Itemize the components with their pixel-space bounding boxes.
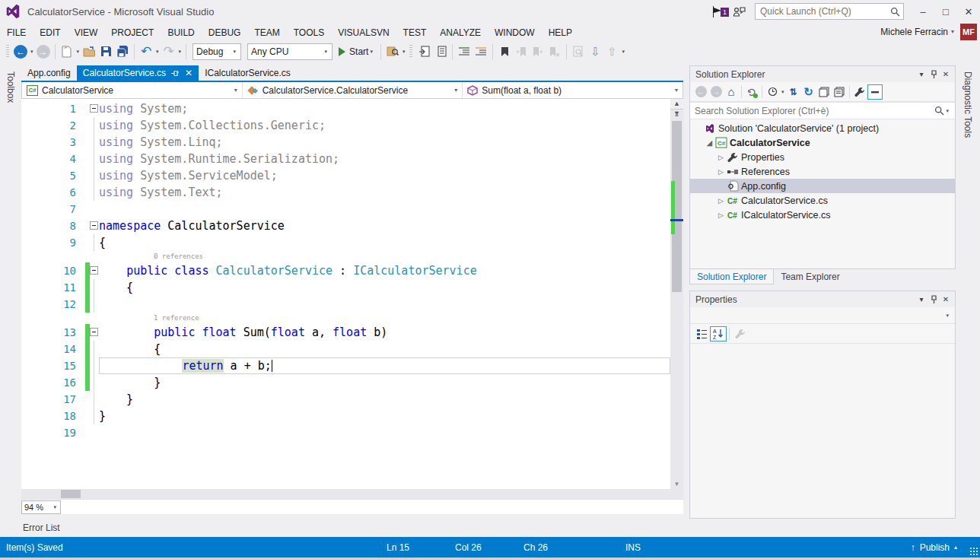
menu-item-tools[interactable]: TOOLS xyxy=(287,25,331,40)
navigate-to-declaration-button[interactable] xyxy=(415,43,432,61)
tree-item-references[interactable]: ▷References xyxy=(690,164,955,179)
code-line[interactable]: 3using System.Linq; xyxy=(21,134,670,151)
property-pages-button[interactable] xyxy=(732,326,749,341)
menu-item-edit[interactable]: EDIT xyxy=(33,25,67,40)
undo-caret-icon[interactable]: ▾ xyxy=(154,49,161,55)
horizontal-scrollbar-thumb[interactable] xyxy=(61,490,81,498)
increase-indent-button[interactable] xyxy=(473,43,489,61)
editor-zoom-dropdown[interactable]: 94 %▾ xyxy=(21,500,61,514)
outlining-margin[interactable] xyxy=(90,151,99,167)
outlining-margin[interactable] xyxy=(90,408,99,424)
save-all-button[interactable] xyxy=(114,43,131,61)
outlining-margin[interactable] xyxy=(90,134,99,151)
outlining-margin[interactable] xyxy=(90,117,99,134)
categorized-button[interactable] xyxy=(693,326,710,341)
redo-button[interactable]: ↷ xyxy=(161,43,177,61)
codelens-references[interactable]: 1 reference xyxy=(21,313,670,324)
clear-bookmarks-button[interactable] xyxy=(546,43,563,61)
home-icon[interactable]: ⌂ xyxy=(724,84,739,100)
alphabetical-sort-button[interactable]: AZ xyxy=(710,326,727,341)
start-debugging-button[interactable]: Start ▾ xyxy=(339,46,374,57)
properties-wrench-icon[interactable] xyxy=(852,84,867,100)
member-dropdown[interactable]: Sum(float a, float b) ▾ xyxy=(463,82,682,98)
menu-item-help[interactable]: HELP xyxy=(542,25,579,40)
new-project-caret-icon[interactable]: ▾ xyxy=(75,49,81,55)
code-line[interactable]: 16 } xyxy=(21,374,670,391)
properties-header[interactable]: Properties ▾ ✕ xyxy=(690,291,955,307)
tree-expander-icon[interactable]: ◢ xyxy=(705,139,714,147)
tree-item-app-config[interactable]: App.config xyxy=(690,179,955,193)
navigate-forward-button[interactable]: → xyxy=(35,43,52,61)
se-back-button[interactable]: ← xyxy=(693,84,708,100)
error-list-title[interactable]: Error List xyxy=(23,522,60,533)
menu-item-debug[interactable]: DEBUG xyxy=(202,25,248,40)
solution-explorer-search-input[interactable] xyxy=(695,106,934,116)
quick-launch-box[interactable] xyxy=(755,3,904,20)
se-forward-button[interactable]: → xyxy=(708,84,724,100)
code-line[interactable]: 1using System; xyxy=(21,100,670,117)
user-name[interactable]: Michele Ferracin xyxy=(880,27,948,37)
save-button[interactable] xyxy=(97,43,114,61)
decrease-indent-button[interactable] xyxy=(456,43,473,61)
pin-icon[interactable] xyxy=(928,68,940,81)
menu-item-test[interactable]: TEST xyxy=(396,25,434,40)
show-all-files-button[interactable] xyxy=(832,84,847,100)
menu-item-view[interactable]: VIEW xyxy=(68,25,105,40)
menu-item-build[interactable]: BUILD xyxy=(161,25,201,40)
code-line[interactable]: 17 } xyxy=(21,391,670,408)
search-options-caret-icon[interactable]: ▾ xyxy=(944,108,950,114)
notifications-button[interactable]: 1 xyxy=(712,6,722,17)
tree-item-properties[interactable]: ▷Properties xyxy=(690,150,955,164)
close-button[interactable]: ✕ xyxy=(957,2,980,21)
window-position-caret-icon[interactable]: ▾ xyxy=(915,68,928,81)
navigate-backward-caret-icon[interactable]: ▾ xyxy=(29,49,35,55)
collapse-region-icon[interactable] xyxy=(90,266,98,275)
navigate-to-definition-button[interactable] xyxy=(432,43,449,61)
navigate-backward-button[interactable]: ← xyxy=(12,43,29,61)
code-line[interactable]: 18} xyxy=(21,408,670,424)
pending-changes-filter-button[interactable] xyxy=(765,84,780,100)
find-caret-icon[interactable]: ▾ xyxy=(401,49,407,55)
collapse-all-button[interactable] xyxy=(816,84,832,100)
next-bookmark-button[interactable] xyxy=(530,43,546,61)
code-line[interactable]: 10 public class CalculatorService : ICal… xyxy=(21,262,670,279)
solution-configuration-dropdown[interactable]: Debug▾ xyxy=(192,43,241,60)
document-tab[interactable]: App.config xyxy=(21,65,77,81)
document-tab[interactable]: CalculatorService.cs✕ xyxy=(77,65,199,81)
outlining-margin[interactable] xyxy=(90,374,99,391)
menu-item-team[interactable]: TEAM xyxy=(247,25,286,40)
code-editor[interactable]: 1using System;2using System.Collections.… xyxy=(21,99,683,489)
tree-item-solution-calculatorservice-1-project-[interactable]: Solution 'CalculatorService' (1 project) xyxy=(690,121,955,135)
move-down-button[interactable]: ⇩ xyxy=(587,43,603,61)
toolbar-grip[interactable] xyxy=(6,45,9,59)
publish-button[interactable]: ↑ Publish ▴ xyxy=(911,537,957,557)
code-line[interactable]: 11 { xyxy=(21,279,670,296)
code-line[interactable]: 6using System.Text; xyxy=(21,184,670,201)
tree-expander-icon[interactable]: ▷ xyxy=(716,211,726,219)
maximize-button[interactable]: □ xyxy=(934,2,957,21)
start-caret-icon[interactable]: ▾ xyxy=(368,49,374,55)
code-line[interactable]: 4using System.Runtime.Serialization; xyxy=(21,151,670,167)
code-line[interactable]: 7 xyxy=(21,201,670,218)
document-tab[interactable]: ICalculatorService.cs xyxy=(199,65,297,81)
toggle-bookmark-button[interactable] xyxy=(496,43,513,61)
outlining-margin[interactable] xyxy=(90,324,99,341)
outlining-margin[interactable] xyxy=(90,424,99,441)
scroll-down-arrow-icon[interactable]: ▼ xyxy=(670,479,683,489)
new-project-button[interactable] xyxy=(59,43,75,61)
refresh-button[interactable]: ↻ xyxy=(801,84,816,100)
code-line[interactable]: 19 xyxy=(21,424,670,441)
outlining-margin[interactable] xyxy=(90,341,99,357)
open-file-button[interactable] xyxy=(81,43,97,61)
panel-tab-team-explorer[interactable]: Team Explorer xyxy=(774,269,846,284)
sync-with-active-document-button[interactable] xyxy=(744,84,759,100)
outlining-margin[interactable] xyxy=(90,391,99,408)
scroll-up-arrow-icon[interactable]: ▲ xyxy=(670,110,683,119)
window-position-caret-icon[interactable]: ▾ xyxy=(915,294,928,306)
editor-vertical-scrollbar[interactable]: ▲▼ ▲ ▼ xyxy=(670,99,683,489)
switch-views-button[interactable]: ⇅ xyxy=(786,84,801,100)
redo-caret-icon[interactable]: ▾ xyxy=(177,49,183,55)
menu-item-project[interactable]: PROJECT xyxy=(104,25,161,40)
diagnostic-tools-tab[interactable]: Diagnostic Tools xyxy=(963,71,973,138)
properties-object-dropdown[interactable]: ▾ xyxy=(690,307,955,324)
